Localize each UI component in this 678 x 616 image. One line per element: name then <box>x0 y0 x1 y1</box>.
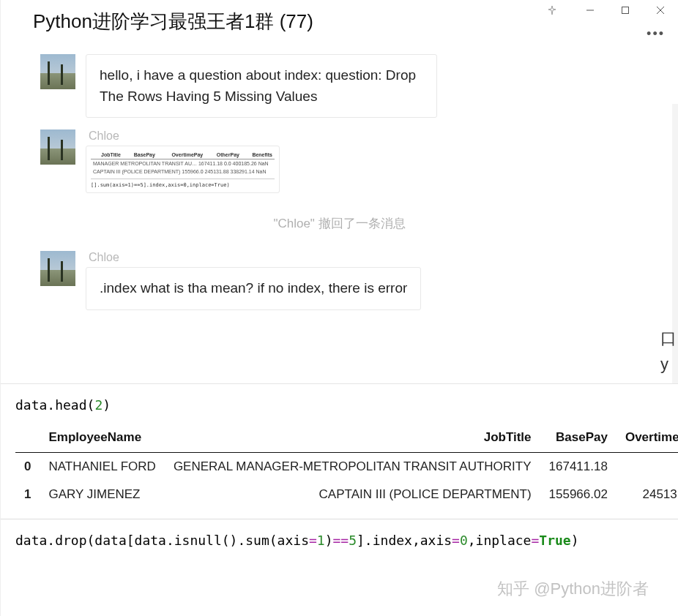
message-bubble[interactable]: hello, i have a question about index: qu… <box>86 54 437 118</box>
minimize-button[interactable] <box>573 0 608 20</box>
window-title: Python进阶学习最强王者1群 (77) <box>1 0 313 34</box>
pin-icon[interactable] <box>534 0 570 20</box>
image-thumbnail[interactable]: JobTitle BasePay OvertimePay OtherPay Be… <box>86 146 280 193</box>
table-row: 1 GARY JIMENEZ CAPTAIN III (POLICE DEPAR… <box>15 481 678 508</box>
watermark: 知乎 @Python进阶者 <box>497 578 649 600</box>
code-cell[interactable]: data.head(2) <box>1 384 678 423</box>
thumb-code: [].sum(axis=1)==5].index,axis=0,inplace=… <box>91 179 275 188</box>
svg-rect-1 <box>622 7 629 14</box>
system-message: "Chloe" 撤回了一条消息 <box>1 202 678 248</box>
output-table: EmployeeName JobTitle BasePay OvertimePa… <box>15 423 678 508</box>
code-cell[interactable]: data.drop(data[data.isnull().sum(axis=1)… <box>1 519 678 558</box>
sender-name: Chloe <box>86 129 280 143</box>
sender-name: Chloe <box>86 251 421 264</box>
avatar[interactable] <box>40 129 75 165</box>
window-controls <box>534 0 678 20</box>
titlebar: Python进阶学习最强王者1群 (77) ••• <box>1 0 678 51</box>
message-row: Chloe JobTitle BasePay OvertimePay Other… <box>1 127 678 202</box>
avatar[interactable] <box>40 251 75 286</box>
maximize-button[interactable] <box>608 0 643 20</box>
more-icon[interactable]: ••• <box>647 26 665 42</box>
table-row: 0 NATHANIEL FORD GENERAL MANAGER-METROPO… <box>15 453 678 481</box>
message-row: hello, i have a question about index: qu… <box>1 51 678 127</box>
message-bubble[interactable]: .index what is tha mean? if no index, th… <box>86 267 421 310</box>
edge-text: 口y, <box>660 326 677 384</box>
table-header-row: EmployeeName JobTitle BasePay OvertimePa… <box>15 423 678 453</box>
chat-area: hello, i have a question about index: qu… <box>1 51 678 384</box>
close-button[interactable] <box>643 0 678 20</box>
avatar[interactable] <box>40 54 75 89</box>
notebook-area: data.head(2) EmployeeName JobTitle BaseP… <box>1 384 678 616</box>
message-row: Chloe .index what is tha mean? if no ind… <box>1 248 678 319</box>
